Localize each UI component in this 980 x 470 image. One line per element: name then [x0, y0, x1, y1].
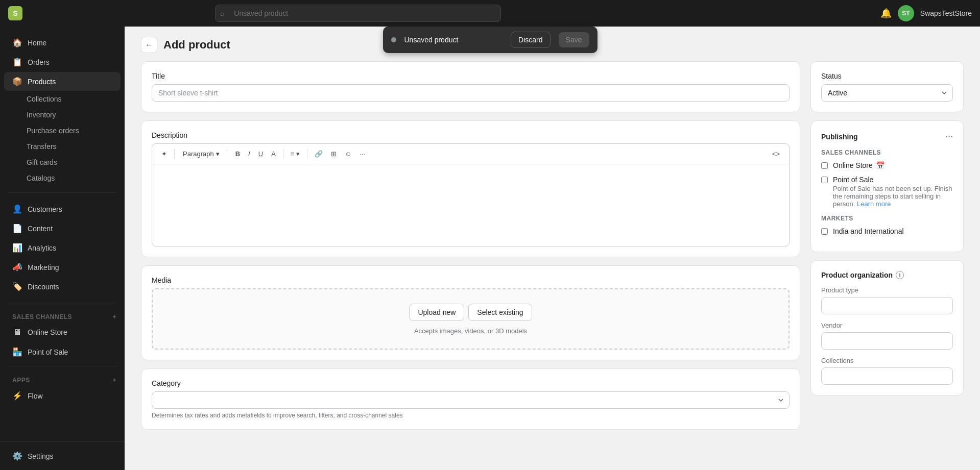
description-label: Description [152, 131, 790, 139]
sidebar-divider-1 [8, 192, 116, 193]
upload-new-button[interactable]: Upload new [409, 304, 464, 321]
sidebar-main-section: 🏠 Home 📋 Orders 📦 Products Collections I… [0, 31, 125, 188]
calendar-icon[interactable]: 📅 [876, 161, 885, 169]
link-button[interactable]: 🔗 [312, 148, 326, 160]
shopify-logo-icon: S [8, 6, 22, 20]
publishing-card: Publishing ··· Sales channels Online Sto… [810, 120, 964, 252]
online-store-checkbox[interactable] [821, 162, 828, 169]
learn-more-link[interactable]: Learn more [857, 200, 891, 208]
top-nav: S S ⌕ 🔔 ST SwapsTestStore [0, 0, 980, 27]
sidebar-item-discounts[interactable]: 🏷️ Discounts [4, 277, 121, 296]
store-name[interactable]: SwapsTestStore [920, 9, 972, 17]
channel-info: Point of Sale Point of Sale has not been… [833, 176, 953, 208]
product-type-input[interactable] [821, 297, 953, 314]
sidebar-item-online-store[interactable]: 🖥 Online Store [4, 323, 121, 341]
online-store-label: Online Store [833, 161, 873, 169]
sidebar-item-purchase-orders[interactable]: Purchase orders [4, 123, 121, 138]
sidebar-item-label: Discounts [28, 283, 59, 291]
ai-sparkle-button[interactable]: ✦ [158, 148, 170, 160]
back-button[interactable]: ← [141, 37, 157, 53]
sidebar-sub-label: Gift cards [27, 158, 57, 166]
description-editor[interactable] [152, 164, 789, 246]
sidebar-divider-3 [8, 366, 116, 366]
title-field-label: Title [152, 72, 790, 80]
pos-label: Point of Sale [833, 176, 873, 184]
unsaved-dot [391, 37, 396, 42]
category-card: Category Determines tax rates and adds m… [141, 368, 800, 430]
sidebar-item-settings[interactable]: ⚙️ Settings [4, 447, 121, 465]
align-button[interactable]: ≡ ▾ [288, 148, 303, 160]
markets-checkbox[interactable] [821, 228, 828, 235]
avatar[interactable]: ST [898, 5, 914, 21]
marketing-icon: 📣 [12, 262, 22, 272]
status-select[interactable]: Active Draft [821, 84, 953, 102]
markets-name: India and International [833, 227, 904, 235]
sidebar-item-home[interactable]: 🏠 Home [4, 33, 121, 52]
emoji-button[interactable]: ☺ [342, 148, 354, 160]
sidebar-item-flow[interactable]: ⚡ Flow [4, 386, 121, 405]
code-button[interactable]: <> [769, 148, 783, 160]
discard-button[interactable]: Discard [511, 32, 550, 48]
discounts-icon: 🏷️ [12, 282, 22, 291]
notifications-icon[interactable]: 🔔 [880, 8, 892, 19]
toolbar-sep-4 [307, 149, 307, 159]
more-button[interactable]: ··· [356, 148, 368, 160]
logo: S S [8, 6, 22, 20]
sidebar-item-collections[interactable]: Collections [4, 91, 121, 107]
product-organization-card: Product organization i Product type Vend… [810, 260, 964, 395]
text-color-button[interactable]: A [268, 148, 279, 160]
channel-item-online-store: Online Store 📅 [821, 161, 953, 169]
italic-button[interactable]: I [245, 148, 253, 160]
nav-right: 🔔 ST SwapsTestStore [880, 5, 972, 21]
orders-icon: 📋 [12, 57, 22, 67]
table-button[interactable]: ⊞ [328, 148, 340, 160]
underline-button[interactable]: U [255, 148, 266, 160]
pos-warning: Point of Sale has not been set up. Finis… [833, 185, 953, 208]
sales-channels-toggle-icon[interactable]: + [112, 313, 116, 320]
pos-checkbox[interactable] [821, 177, 828, 183]
collections-org-label: Collections [821, 357, 953, 364]
sidebar-sub-label: Inventory [27, 111, 56, 119]
sidebar-item-customers[interactable]: 👤 Customers [4, 200, 121, 218]
title-input[interactable] [152, 84, 790, 102]
customers-icon: 👤 [12, 204, 22, 214]
apps-toggle-icon[interactable]: + [112, 377, 116, 384]
collections-input[interactable] [821, 367, 953, 385]
paragraph-label: Paragraph [183, 150, 214, 158]
save-button[interactable]: Save [559, 32, 589, 47]
sidebar-item-point-of-sale[interactable]: 🏪 Point of Sale [4, 342, 121, 361]
toolbar-sep-2 [228, 149, 228, 159]
sidebar-item-content[interactable]: 📄 Content [4, 219, 121, 238]
publishing-header: Publishing ··· [821, 131, 953, 142]
bold-button[interactable]: B [232, 148, 243, 160]
publishing-menu-button[interactable]: ··· [945, 131, 953, 142]
sales-channels-label: Sales channels [12, 313, 72, 320]
media-card: Media Upload new Select existing Accepts… [141, 265, 800, 360]
sidebar-item-gift-cards[interactable]: Gift cards [4, 155, 121, 170]
page-title: Add product [163, 38, 230, 52]
flow-icon: ⚡ [12, 391, 22, 401]
media-label: Media [152, 276, 790, 284]
toolbar-sep-3 [283, 149, 283, 159]
status-label: Status [821, 72, 953, 80]
main-content: ← Add product Title Description ✦ [125, 27, 980, 470]
select-existing-button[interactable]: Select existing [468, 304, 532, 321]
channel-name: Point of Sale [833, 176, 953, 184]
org-info-icon[interactable]: i [896, 271, 904, 279]
paragraph-dropdown[interactable]: Paragraph ▾ [179, 148, 224, 160]
sidebar-item-analytics[interactable]: 📊 Analytics [4, 238, 121, 257]
home-icon: 🏠 [12, 38, 22, 47]
category-select[interactable] [152, 391, 790, 409]
global-search-input[interactable] [215, 5, 501, 22]
sidebar-item-marketing[interactable]: 📣 Marketing [4, 258, 121, 277]
sidebar-item-inventory[interactable]: Inventory [4, 107, 121, 122]
channel-item-pos: Point of Sale Point of Sale has not been… [821, 176, 953, 208]
sidebar-item-label: Home [28, 39, 46, 47]
sidebar-item-catalogs[interactable]: Catalogs [4, 170, 121, 186]
product-type-field: Product type [821, 286, 953, 314]
sidebar-item-orders[interactable]: 📋 Orders [4, 53, 121, 71]
media-upload-area[interactable]: Upload new Select existing Accepts image… [152, 288, 790, 350]
vendor-input[interactable] [821, 332, 953, 350]
sidebar-item-transfers[interactable]: Transfers [4, 139, 121, 154]
sidebar-item-products[interactable]: 📦 Products [4, 72, 121, 91]
